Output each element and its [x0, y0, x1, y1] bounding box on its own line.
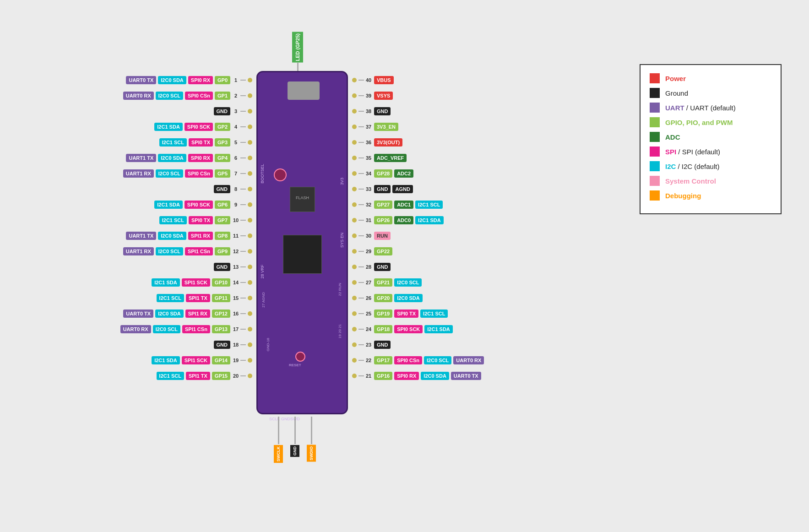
pin-dot — [352, 140, 357, 145]
pin-row-4: I2C1 SDA SPI0 SCK GP2 4 — [64, 119, 254, 135]
pin-dot — [248, 140, 252, 145]
pin-tag: I2C0 SDA — [158, 154, 186, 162]
pin-tag: SPI1 TX — [186, 372, 210, 380]
pin-number: 34 — [364, 171, 373, 176]
pin-row-9: I2C1 SDA SPI0 SCK GP6 9 — [64, 197, 254, 212]
pin-wire — [240, 142, 246, 143]
board-side-gnd: 27 AGND — [261, 292, 266, 308]
gp-label: GP8 — [215, 232, 230, 240]
pin-tag: SPI0 RX — [188, 76, 213, 84]
gp-label: GP21 — [374, 278, 392, 287]
pin-number: 11 — [231, 233, 240, 239]
pin-dot — [352, 109, 357, 114]
pin-wire — [358, 282, 364, 283]
pin-tag: I2C0 SCL — [424, 356, 451, 364]
pin-wire — [240, 95, 246, 96]
swclk-wire — [278, 417, 279, 444]
swdio-wire — [311, 417, 312, 444]
pin-dot — [248, 249, 252, 254]
pin-tag: I2C1 SCL — [420, 309, 448, 318]
pin-row-15: I2C1 SCL SPI1 TX GP11 15 — [64, 290, 254, 306]
pin-dot — [352, 171, 357, 176]
gp-label: GP17 — [374, 356, 392, 364]
pin-tag: I2C0 SDA — [394, 294, 423, 302]
pin-dot — [248, 218, 252, 223]
pin-tag: AGND — [392, 185, 413, 193]
pin-row-3: GND 3 — [64, 103, 254, 119]
legend-panel: Power Ground UART / UART (default) GPIO,… — [640, 64, 782, 214]
pin-tag: I2C1 SDA — [415, 216, 444, 224]
gp-label: GP16 — [374, 372, 392, 380]
pin-tag: UART1 RX — [123, 169, 154, 178]
gp-label: VSYS — [374, 92, 393, 100]
pin-wire — [240, 204, 246, 205]
reset-label: RESET — [289, 363, 301, 367]
pin-dot — [248, 93, 252, 98]
gp-label: GP5 — [215, 169, 230, 178]
flash-label: FLASH — [290, 195, 315, 200]
pin-tag: I2C1 SCL — [157, 294, 184, 302]
pin-number: 4 — [231, 124, 240, 130]
pin-wire — [240, 329, 246, 330]
board-text-bootsel: BOOTSEL — [260, 164, 265, 184]
pin-wire — [358, 220, 364, 221]
pin-dot — [352, 327, 357, 331]
pin-dot — [352, 93, 357, 98]
pin-number: 30 — [364, 233, 373, 239]
pin-row-r22: 22 GP17 SPI0 CSn I2C0 SCL UART0 RX — [350, 353, 485, 368]
pin-tag: SPI0 RX — [188, 154, 213, 162]
legend-label-gpio: GPIO, PIO, and PWM — [665, 119, 733, 126]
board-body: BOOTSEL 28 VRF SYS EN 3V3 FLASH RESET — [256, 71, 348, 414]
pin-number: 28 — [364, 264, 373, 270]
pin-tag: ADC0 — [394, 216, 413, 224]
pin-tag: UART1 TX — [126, 232, 156, 240]
pin-number: 37 — [364, 124, 373, 130]
pin-row-r21: 21 GP16 SPI0 RX I2C0 SDA UART0 TX — [350, 368, 485, 384]
pin-wire — [358, 204, 364, 205]
pin-row-1: UART0 TX I2C0 SDA SPI0 RX GP0 1 — [64, 72, 254, 88]
pin-number: 16 — [231, 311, 240, 316]
pin-tag: SPI0 TX — [189, 216, 213, 224]
pin-number: 3 — [231, 109, 240, 114]
legend-item-gpio: GPIO, PIO, and PWM — [650, 117, 771, 127]
legend-label-adc: ADC — [665, 133, 680, 141]
pin-row-12: UART1 RX I2C0 SCL SPI1 CSn GP9 12 — [64, 244, 254, 259]
pin-row-r34: 34 GP28 ADC2 — [350, 166, 485, 181]
pin-tag: UART0 TX — [123, 309, 153, 318]
pin-tag: I2C0 SDA — [158, 232, 186, 240]
gp-label: GP10 — [212, 278, 230, 287]
pin-tag: I2C0 SCL — [156, 92, 183, 100]
gp-label: GP26 — [374, 216, 392, 224]
pin-dot — [248, 265, 252, 269]
pin-dot — [352, 156, 357, 160]
pin-wire — [240, 344, 246, 345]
pin-wire — [240, 80, 246, 81]
pin-tag: SPI0 CSn — [394, 356, 422, 364]
gp-label: GND — [214, 341, 230, 349]
pin-number: 33 — [364, 186, 373, 192]
pin-tag: I2C1 SDA — [154, 123, 183, 131]
pin-tag: I2C1 SCL — [157, 372, 184, 380]
pin-row-17: UART0 RX I2C0 SCL SPI1 CSn GP13 17 — [64, 321, 254, 337]
pin-tag: I2C0 SCL — [156, 247, 183, 255]
pin-number: 20 — [231, 373, 240, 379]
gp-label: GP9 — [215, 247, 230, 255]
gp-label: GND — [374, 107, 391, 115]
gp-label: RUN — [374, 232, 391, 240]
gp-label: GP1 — [215, 92, 230, 100]
pin-tag: SPI1 RX — [185, 309, 210, 318]
gp-label: GP27 — [374, 201, 392, 209]
board-side-run: 22 RUN — [338, 283, 342, 296]
gp-label: GND — [214, 185, 230, 193]
pin-tag: I2C0 SCL — [394, 278, 422, 287]
pin-number: 36 — [364, 140, 373, 145]
pin-tag: I2C0 SCL — [153, 325, 180, 333]
pin-tag: SPI0 CSn — [185, 92, 213, 100]
pin-tag: SPI1 CSn — [182, 325, 210, 333]
pin-tag: I2C1 SCL — [159, 216, 187, 224]
pin-row-r33: 33 GND AGND — [350, 181, 485, 197]
pin-wire — [240, 251, 246, 252]
legend-item-sysctrl: System Control — [650, 176, 771, 186]
gnd-bottom-pin: GND — [290, 417, 299, 463]
pin-wire — [358, 344, 364, 345]
